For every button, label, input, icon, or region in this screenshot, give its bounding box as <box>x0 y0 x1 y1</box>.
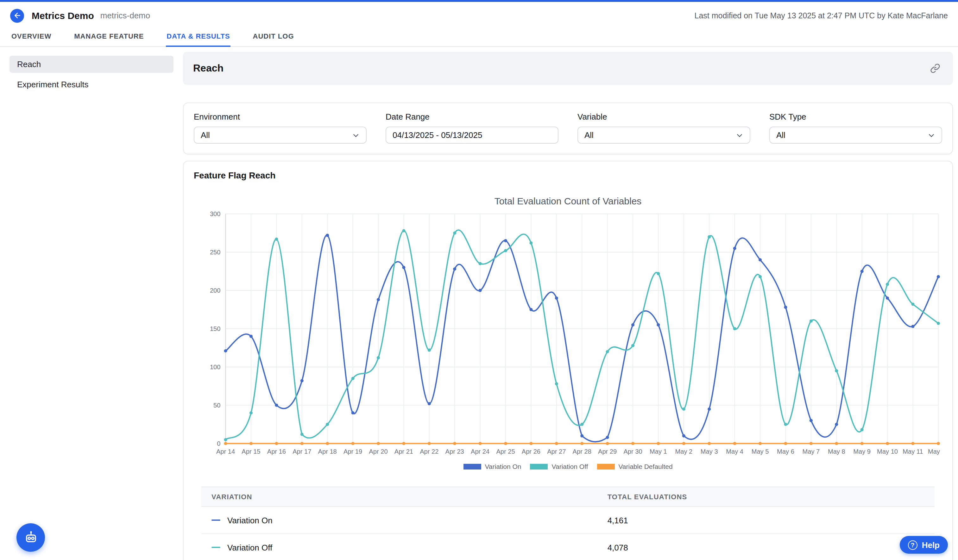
date-range-value: 04/13/2025 - 05/13/2025 <box>393 130 482 140</box>
svg-text:Apr 19: Apr 19 <box>344 448 362 455</box>
svg-text:Apr 26: Apr 26 <box>522 448 541 455</box>
tab-overview[interactable]: OVERVIEW <box>11 29 52 47</box>
svg-text:Apr 16: Apr 16 <box>267 448 286 455</box>
svg-text:Apr 14: Apr 14 <box>216 448 235 455</box>
svg-text:50: 50 <box>213 402 220 409</box>
variation-label: Variation Off <box>227 543 272 552</box>
last-modified-text: Last modified on Tue May 13 2025 at 2:47… <box>695 11 948 20</box>
svg-text:Apr 21: Apr 21 <box>395 448 413 455</box>
svg-text:250: 250 <box>210 249 220 256</box>
help-button[interactable]: ? Help <box>900 536 948 554</box>
feature-title: Metrics Demo <box>32 10 94 21</box>
legend-label: Variable Defaulted <box>618 463 673 470</box>
chart-card-title: Feature Flag Reach <box>194 170 942 180</box>
variation-table: VARIATION TOTAL EVALUATIONS Variation On… <box>201 487 934 560</box>
app-window: Metrics Demo metrics-demo Last modified … <box>0 0 958 560</box>
svg-text:100: 100 <box>210 364 220 370</box>
filter-sdk-type: SDK Type All <box>769 112 942 144</box>
chevron-down-icon <box>736 131 743 139</box>
svg-text:May 9: May 9 <box>853 448 871 455</box>
feature-tabbar: OVERVIEW MANAGE FEATURE DATA & RESULTS A… <box>0 29 958 47</box>
copy-link-button[interactable] <box>928 61 943 76</box>
variable-label: Variable <box>577 112 750 122</box>
date-range-input[interactable]: 04/13/2025 - 05/13/2025 <box>385 127 558 144</box>
svg-text:300: 300 <box>210 210 220 217</box>
svg-text:0: 0 <box>217 440 220 447</box>
svg-text:Apr 30: Apr 30 <box>623 448 642 455</box>
svg-text:Apr 17: Apr 17 <box>292 448 311 455</box>
results-sidebar: Reach Experiment Results <box>0 47 183 96</box>
date-range-label: Date Range <box>385 112 558 122</box>
variation-label: Variation On <box>227 516 273 525</box>
sdk-type-select[interactable]: All <box>769 127 942 144</box>
feature-key: metrics-demo <box>100 11 151 20</box>
chevron-down-icon <box>928 131 935 139</box>
variation-color-swatch <box>211 547 220 548</box>
svg-text:May 12: May 12 <box>928 448 942 455</box>
legend-item-variation-off[interactable]: Variation Off <box>530 463 588 470</box>
svg-text:200: 200 <box>210 287 220 294</box>
tab-manage-feature[interactable]: MANAGE FEATURE <box>73 29 144 47</box>
svg-text:Apr 18: Apr 18 <box>318 448 337 455</box>
svg-text:May 5: May 5 <box>752 448 769 455</box>
legend-item-variable-defaulted[interactable]: Variable Defaulted <box>597 463 673 470</box>
variable-value: All <box>584 130 593 140</box>
chevron-down-icon <box>352 131 360 139</box>
svg-text:150: 150 <box>210 325 220 332</box>
tab-data-and-results[interactable]: DATA & RESULTS <box>166 29 230 47</box>
legend-swatch <box>597 464 614 469</box>
page-header-bar: Reach <box>183 52 953 85</box>
back-button[interactable] <box>10 8 24 22</box>
svg-text:Apr 23: Apr 23 <box>446 448 464 455</box>
table-row-variation-on: Variation On 4,161 <box>201 507 934 534</box>
column-header-total-evaluations: TOTAL EVALUATIONS <box>597 487 934 506</box>
svg-text:Apr 15: Apr 15 <box>241 448 260 455</box>
svg-text:Apr 28: Apr 28 <box>573 448 592 455</box>
legend-swatch <box>530 464 548 469</box>
svg-text:Apr 27: Apr 27 <box>547 448 566 455</box>
svg-text:May 4: May 4 <box>726 448 743 455</box>
environment-label: Environment <box>194 112 366 122</box>
main-area: Reach Experiment Results Reach Environme… <box>0 47 958 560</box>
legend-swatch <box>463 464 481 469</box>
page-title: Reach <box>193 63 224 74</box>
evaluations-value: 4,161 <box>597 516 934 525</box>
tab-audit-log[interactable]: AUDIT LOG <box>252 29 295 47</box>
robot-icon <box>22 529 39 546</box>
sdk-type-value: All <box>776 130 785 140</box>
assistant-button[interactable] <box>16 523 45 552</box>
filter-date-range: Date Range 04/13/2025 - 05/13/2025 <box>385 112 558 144</box>
svg-text:May 3: May 3 <box>701 448 718 455</box>
legend-label: Variation Off <box>552 463 588 470</box>
svg-text:May 1: May 1 <box>650 448 667 455</box>
table-row-variation-off: Variation Off 4,078 <box>201 534 934 560</box>
legend-label: Variation On <box>485 463 521 470</box>
svg-text:May 2: May 2 <box>675 448 692 455</box>
svg-text:Apr 29: Apr 29 <box>598 448 617 455</box>
svg-text:May 6: May 6 <box>777 448 794 455</box>
svg-text:May 7: May 7 <box>803 448 820 455</box>
column-header-variation: VARIATION <box>201 487 597 506</box>
variation-color-swatch <box>211 519 220 521</box>
environment-value: All <box>201 130 210 140</box>
feature-header: Metrics Demo metrics-demo Last modified … <box>0 2 958 29</box>
svg-text:May 8: May 8 <box>828 448 845 455</box>
sidebar-item-reach[interactable]: Reach <box>10 56 173 73</box>
chart-title: Total Evaluation Count of Variables <box>194 196 942 206</box>
svg-text:Apr 24: Apr 24 <box>471 448 489 455</box>
reach-line-chart: 050100150200250300Apr 14Apr 15Apr 16Apr … <box>194 209 942 460</box>
feature-flag-reach-card: Feature Flag Reach Total Evaluation Coun… <box>183 161 953 560</box>
svg-text:May 10: May 10 <box>877 448 898 455</box>
svg-text:Apr 20: Apr 20 <box>369 448 387 455</box>
filters-card: Environment All Date Range 04/13/2025 - … <box>183 103 953 154</box>
legend-item-variation-on[interactable]: Variation On <box>463 463 521 470</box>
svg-text:May 11: May 11 <box>902 448 923 455</box>
chart-legend: Variation OnVariation OffVariable Defaul… <box>194 463 942 470</box>
sidebar-item-experiment-results[interactable]: Experiment Results <box>10 76 173 93</box>
sdk-type-label: SDK Type <box>769 112 942 122</box>
environment-select[interactable]: All <box>194 127 366 144</box>
link-icon <box>930 63 940 73</box>
variable-select[interactable]: All <box>577 127 750 144</box>
help-label: Help <box>922 540 940 550</box>
table-header: VARIATION TOTAL EVALUATIONS <box>201 487 934 507</box>
